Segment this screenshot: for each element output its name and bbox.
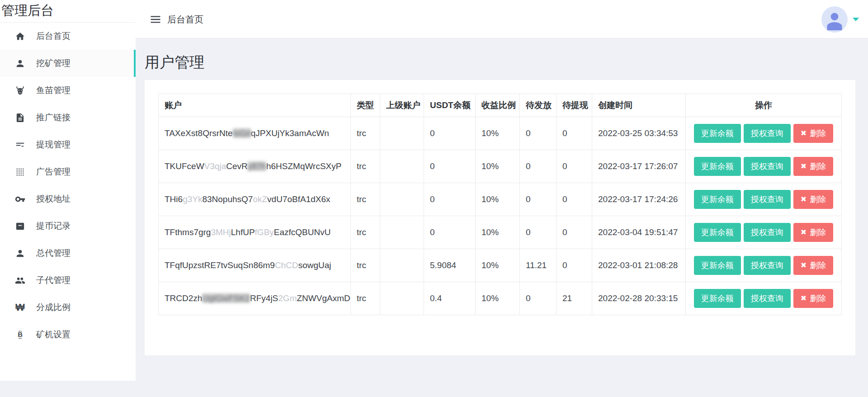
x-delete-icon: ✖ <box>801 196 807 203</box>
chevron-down-icon[interactable] <box>853 18 859 21</box>
column-header: 待提现 <box>557 94 592 117</box>
bitcoin-icon: B <box>14 329 26 340</box>
sidebar-menu: 后台首页挖矿管理鱼苗管理推广链接提现管理广告管理授权地址提币记录总代管理子代管理… <box>0 23 136 348</box>
auth-query-button[interactable]: 授权查询 <box>744 223 791 242</box>
parent-account-cell <box>380 249 424 282</box>
page-title: 用户管理 <box>145 52 868 73</box>
table-row: TFqfUpzstRE7tvSuqSn86m9ChCDsowgUajtrc5.9… <box>159 249 842 282</box>
auth-query-button[interactable]: 授权查询 <box>744 289 791 308</box>
update-balance-button[interactable]: 更新余额 <box>694 256 741 275</box>
sidebar-item-label: 总代管理 <box>36 247 71 259</box>
column-header: 操作 <box>686 94 842 117</box>
account-cell: TFthms7grg3MHjLhfUPfGByEazfcQBUNvU <box>159 216 351 249</box>
profit-ratio-cell: 10% <box>476 216 520 249</box>
usdt-balance-cell: 5.9084 <box>424 249 476 282</box>
breadcrumb[interactable]: 后台首页 <box>167 14 203 26</box>
usdt-balance-cell: 0 <box>424 216 476 249</box>
hamburger-menu-icon[interactable] <box>149 13 162 26</box>
sidebar-item[interactable]: 提币记录 <box>0 213 136 240</box>
pending-withdraw-cell: 0 <box>557 216 592 249</box>
sidebar-item-label: 矿机设置 <box>36 329 71 340</box>
type-cell: trc <box>351 183 380 216</box>
sidebar-item[interactable]: B矿机设置 <box>0 321 136 348</box>
pending-withdraw-cell: 0 <box>557 150 592 183</box>
sidebar-item[interactable]: 授权地址 <box>0 185 136 213</box>
profit-ratio-cell: 10% <box>476 150 520 183</box>
sidebar-item-label: 提币记录 <box>36 220 71 232</box>
sidebar-item-label: 后台首页 <box>36 30 71 42</box>
auth-query-button[interactable]: 授权查询 <box>744 124 791 143</box>
sidebar-item[interactable]: 推广链接 <box>0 104 136 131</box>
sidebar-item[interactable]: 子代管理 <box>0 267 136 294</box>
actions-cell: 更新余额授权查询✖删除 <box>686 183 842 216</box>
actions-cell: 更新余额授权查询✖删除 <box>686 117 842 150</box>
delete-button[interactable]: ✖删除 <box>793 124 833 143</box>
sidebar-item[interactable]: 后台首页 <box>0 23 136 50</box>
sidebar-item[interactable]: 挖矿管理 <box>0 50 136 77</box>
delete-button[interactable]: ✖删除 <box>793 190 833 209</box>
delete-button[interactable]: ✖删除 <box>793 223 833 242</box>
pending-withdraw-cell: 21 <box>557 282 592 315</box>
actions-cell: 更新余额授权查询✖删除 <box>686 216 842 249</box>
created-time-cell: 2022-03-25 03:34:53 <box>592 117 686 150</box>
delete-button[interactable]: ✖删除 <box>793 256 833 275</box>
column-header: 待发放 <box>520 94 557 117</box>
sidebar-item[interactable]: 总代管理 <box>0 240 136 267</box>
column-header: 类型 <box>351 94 380 117</box>
pending-release-cell: 0 <box>520 117 557 150</box>
auth-query-button[interactable]: 授权查询 <box>744 256 791 275</box>
person-icon <box>14 248 26 259</box>
type-cell: trc <box>351 150 380 183</box>
profit-ratio-cell: 10% <box>476 183 520 216</box>
sidebar-item-label: 分成比例 <box>36 302 71 313</box>
update-balance-button[interactable]: 更新余额 <box>694 190 741 209</box>
auth-query-button[interactable]: 授权查询 <box>744 190 791 209</box>
account-cell: TAXeXst8QrsrNtetsGdqJPXUjYk3amAcWn <box>159 117 351 150</box>
delete-button[interactable]: ✖删除 <box>793 157 833 176</box>
user-avatar[interactable] <box>821 6 848 33</box>
delete-button[interactable]: ✖删除 <box>793 289 833 308</box>
parent-account-cell <box>380 150 424 183</box>
created-time-cell: 2022-03-01 21:08:28 <box>592 249 686 282</box>
sidebar-item[interactable]: 提现管理 <box>0 131 136 158</box>
x-delete-icon: ✖ <box>801 262 807 269</box>
user-table: 账户类型上级账户USDT余额收益比例待发放待提现创建时间操作 TAXeXst8Q… <box>158 94 842 315</box>
sidebar-item-label: 子代管理 <box>36 274 71 286</box>
created-time-cell: 2022-03-04 19:51:47 <box>592 216 686 249</box>
person-icon <box>825 9 844 31</box>
note-card-icon <box>14 221 26 232</box>
account-cell: TFqfUpzstRE7tvSuqSn86m9ChCDsowgUaj <box>159 249 351 282</box>
sidebar-item-label: 广告管理 <box>36 166 71 178</box>
account-cell: THi6g3Yk83NopuhsQ7okZvdU7oBfA1dX6x <box>159 183 351 216</box>
pending-withdraw-cell: 0 <box>557 117 592 150</box>
table-row: TAXeXst8QrsrNtetsGdqJPXUjYk3amAcWntrc010… <box>159 117 842 150</box>
actions-cell: 更新余额授权查询✖删除 <box>686 249 842 282</box>
update-balance-button[interactable]: 更新余额 <box>694 223 741 242</box>
table-body: TAXeXst8QrsrNtetsGdqJPXUjYk3amAcWntrc010… <box>159 117 842 315</box>
type-cell: trc <box>351 117 380 150</box>
usdt-balance-cell: 0 <box>424 150 476 183</box>
x-delete-icon: ✖ <box>801 163 807 170</box>
sidebar-item-label: 挖矿管理 <box>36 57 71 69</box>
table-row: TFthms7grg3MHjLhfUPfGByEazfcQBUNvUtrc010… <box>159 216 842 249</box>
main-content: 用户管理 账户类型上级账户USDT余额收益比例待发放待提现创建时间操作 TAXe… <box>136 38 868 397</box>
auth-query-button[interactable]: 授权查询 <box>744 157 791 176</box>
column-header: 账户 <box>159 94 351 117</box>
update-balance-button[interactable]: 更新余额 <box>694 157 741 176</box>
update-balance-button[interactable]: 更新余额 <box>694 289 741 308</box>
actions-cell: 更新余额授权查询✖删除 <box>686 150 842 183</box>
sidebar-item[interactable]: 广告管理 <box>0 158 136 185</box>
sidebar: 管理后台 后台首页挖矿管理鱼苗管理推广链接提现管理广告管理授权地址提币记录总代管… <box>0 0 136 381</box>
parent-account-cell <box>380 117 424 150</box>
key-icon <box>14 194 26 205</box>
bull-icon <box>14 85 26 96</box>
type-cell: trc <box>351 216 380 249</box>
table-header-row: 账户类型上级账户USDT余额收益比例待发放待提现创建时间操作 <box>159 94 842 117</box>
sidebar-item[interactable]: 鱼苗管理 <box>0 77 136 104</box>
profit-ratio-cell: 10% <box>476 249 520 282</box>
parent-account-cell <box>380 216 424 249</box>
sidebar-item[interactable]: ₩分成比例 <box>0 294 136 321</box>
update-balance-button[interactable]: 更新余额 <box>694 124 741 143</box>
top-header-bar: 后台首页 <box>136 0 868 38</box>
pending-withdraw-cell: 0 <box>557 249 592 282</box>
